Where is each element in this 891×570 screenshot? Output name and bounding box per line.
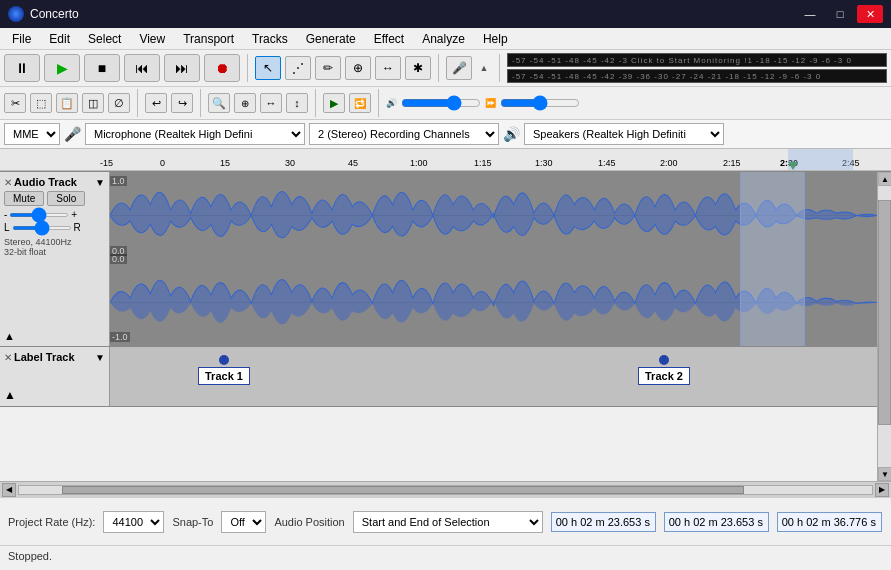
menu-edit[interactable]: Edit (41, 30, 78, 48)
vertical-scrollbar[interactable]: ▲ ▼ (877, 172, 891, 481)
select-tool-button[interactable]: ↖ (255, 56, 281, 80)
label-track-menu[interactable]: ▼ (95, 352, 105, 363)
play2-button[interactable]: ▶ (323, 93, 345, 113)
pan-row: L R (4, 222, 105, 233)
menu-tracks[interactable]: Tracks (244, 30, 296, 48)
ruler-tick: 1:45 (598, 158, 616, 168)
vscroll-thumb[interactable] (878, 200, 891, 425)
time-input-2[interactable] (664, 512, 769, 532)
audio-position-label: Audio Position (274, 516, 344, 528)
snap-to-select[interactable]: Off (221, 511, 266, 533)
menu-generate[interactable]: Generate (298, 30, 364, 48)
scale-bot: -1.0 (110, 332, 130, 342)
zoom-tool-button[interactable]: ⊕ (345, 56, 371, 80)
mic-monitor-button[interactable]: 🎤 (446, 56, 472, 80)
scroll-right-button[interactable]: ▶ (875, 483, 889, 497)
label-track2-marker: Track 2 (638, 355, 690, 385)
zoom-out-button[interactable]: 🔍 (208, 93, 230, 113)
tracks-main: ✕ Audio Track ▼ Mute Solo - + L R (0, 172, 877, 481)
label-track-expand[interactable]: ▲ (4, 388, 105, 402)
redo-button[interactable]: ↪ (171, 93, 193, 113)
hscroll-thumb[interactable] (62, 486, 744, 494)
track-menu-button[interactable]: ▼ (95, 177, 105, 188)
zoom-in-button[interactable]: ⊕ (234, 93, 256, 113)
menu-file[interactable]: File (4, 30, 39, 48)
label-track-content[interactable]: Track 1 Track 2 (110, 347, 877, 406)
vol-indicator: ▲ (476, 63, 492, 73)
input-meter[interactable]: -57 -54 -51 -48 -45 -42 -3 Click to Star… (507, 53, 887, 67)
menu-transport[interactable]: Transport (175, 30, 242, 48)
mute-solo-row: Mute Solo (4, 191, 105, 206)
selection-mode-select[interactable]: Start and End of Selection (353, 511, 543, 533)
speaker-icon: 🔊 (503, 126, 520, 142)
loop-button[interactable]: 🔁 (349, 93, 371, 113)
speed-label: ⏩ (485, 98, 496, 108)
audio-track-container: ✕ Audio Track ▼ Mute Solo - + L R (0, 172, 877, 347)
play-button[interactable]: ▶ (44, 54, 80, 82)
track-close-button[interactable]: ✕ (4, 177, 12, 188)
minimize-button[interactable]: — (797, 5, 823, 23)
hscroll-track[interactable] (18, 485, 873, 495)
draw-tool-button[interactable]: ✏ (315, 56, 341, 80)
label-track-header: ✕ Label Track ▼ (4, 351, 105, 363)
record-button[interactable]: ⏺ (204, 54, 240, 82)
timeline-ruler[interactable]: -15 0 15 30 45 1:00 1:15 1:30 1:45 2:00 … (0, 149, 891, 171)
horizontal-scrollbar[interactable]: ◀ ▶ (0, 481, 891, 497)
gain-slider[interactable] (9, 213, 69, 217)
menu-select[interactable]: Select (80, 30, 129, 48)
silence-button[interactable]: ∅ (108, 93, 130, 113)
cut-button[interactable]: ✂ (4, 93, 26, 113)
title-bar: Concerto — □ ✕ (0, 0, 891, 28)
trim-button[interactable]: ◫ (82, 93, 104, 113)
label-text-1[interactable]: Track 1 (198, 367, 250, 385)
undo-button[interactable]: ↩ (145, 93, 167, 113)
fit-vert-button[interactable]: ↕ (286, 93, 308, 113)
pause-button[interactable]: ⏸ (4, 54, 40, 82)
copy-button[interactable]: ⬚ (30, 93, 52, 113)
timeshift-tool-button[interactable]: ↔ (375, 56, 401, 80)
ruler-tick: 1:15 (474, 158, 492, 168)
api-select[interactable]: MME (4, 123, 60, 145)
channels-select[interactable]: 2 (Stereo) Recording Channels (309, 123, 499, 145)
volume-slider[interactable] (401, 97, 481, 109)
maximize-button[interactable]: □ (827, 5, 853, 23)
track-selection-overlay (740, 172, 805, 346)
stop-button[interactable]: ■ (84, 54, 120, 82)
vscroll-track[interactable] (878, 186, 891, 467)
time-input-3[interactable] (777, 512, 882, 532)
label-text-2[interactable]: Track 2 (638, 367, 690, 385)
close-button[interactable]: ✕ (857, 5, 883, 23)
skip-start-button[interactable]: ⏮ (124, 54, 160, 82)
output-meter: -57 -54 -51 -48 -45 -42 -39 -36 -30 -27 … (507, 69, 887, 83)
pan-slider[interactable] (12, 226, 72, 230)
stopped-bar: Stopped. (0, 545, 891, 565)
scroll-down-button[interactable]: ▼ (878, 467, 891, 481)
label-track-close[interactable]: ✕ (4, 352, 12, 363)
scroll-left-button[interactable]: ◀ (2, 483, 16, 497)
speed-slider[interactable] (500, 97, 580, 109)
audio-track-content[interactable]: 1.0 0.0 0.0 -1.0 (110, 172, 877, 346)
pan-r-label: R (74, 222, 81, 233)
skip-end-button[interactable]: ⏭ (164, 54, 200, 82)
ruler-tick: 15 (220, 158, 230, 168)
ruler-tick: 1:00 (410, 158, 428, 168)
menu-help[interactable]: Help (475, 30, 516, 48)
envelope-tool-button[interactable]: ⋰ (285, 56, 311, 80)
scroll-up-button[interactable]: ▲ (878, 172, 891, 186)
multi-tool-button[interactable]: ✱ (405, 56, 431, 80)
label-pin-1 (219, 355, 229, 365)
time-input-1[interactable] (551, 512, 656, 532)
menu-view[interactable]: View (131, 30, 173, 48)
menu-effect[interactable]: Effect (366, 30, 412, 48)
sep1 (247, 54, 248, 82)
mute-button[interactable]: Mute (4, 191, 44, 206)
track-expand[interactable]: ▲ (4, 326, 105, 342)
project-rate-select[interactable]: 44100 (103, 511, 164, 533)
window-controls: — □ ✕ (797, 5, 883, 23)
speaker-select[interactable]: Speakers (Realtek High Definiti (524, 123, 724, 145)
microphone-select[interactable]: Microphone (Realtek High Defini (85, 123, 305, 145)
fit-horiz-button[interactable]: ↔ (260, 93, 282, 113)
paste-button[interactable]: 📋 (56, 93, 78, 113)
solo-button[interactable]: Solo (47, 191, 85, 206)
menu-analyze[interactable]: Analyze (414, 30, 473, 48)
